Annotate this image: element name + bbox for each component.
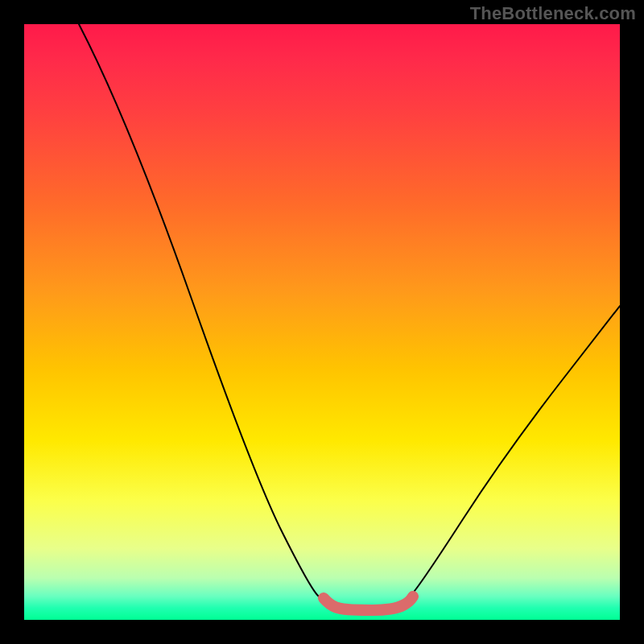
- highlight-segment: [324, 597, 413, 610]
- watermark-text: TheBottleneck.com: [470, 3, 636, 24]
- plot-area: [24, 24, 620, 620]
- main-curve: [79, 24, 620, 608]
- chart-frame: TheBottleneck.com: [0, 0, 644, 644]
- curve-canvas: [24, 24, 620, 620]
